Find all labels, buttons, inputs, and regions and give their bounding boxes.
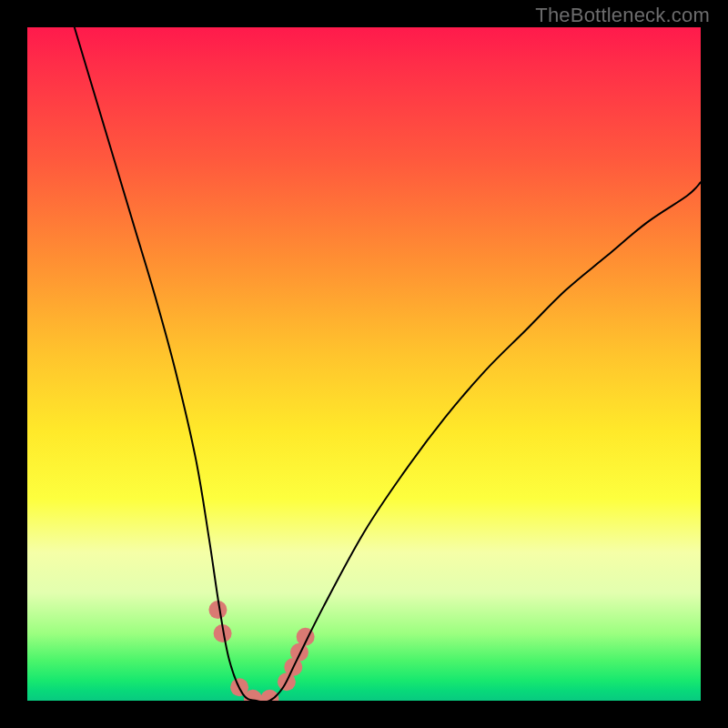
plot-area	[27, 27, 701, 701]
chart-svg	[27, 27, 701, 701]
highlight-markers	[208, 601, 314, 701]
watermark-text: TheBottleneck.com	[535, 4, 710, 27]
chart-frame: TheBottleneck.com	[0, 0, 728, 728]
marker-point	[290, 643, 308, 662]
curve-line	[75, 27, 701, 701]
